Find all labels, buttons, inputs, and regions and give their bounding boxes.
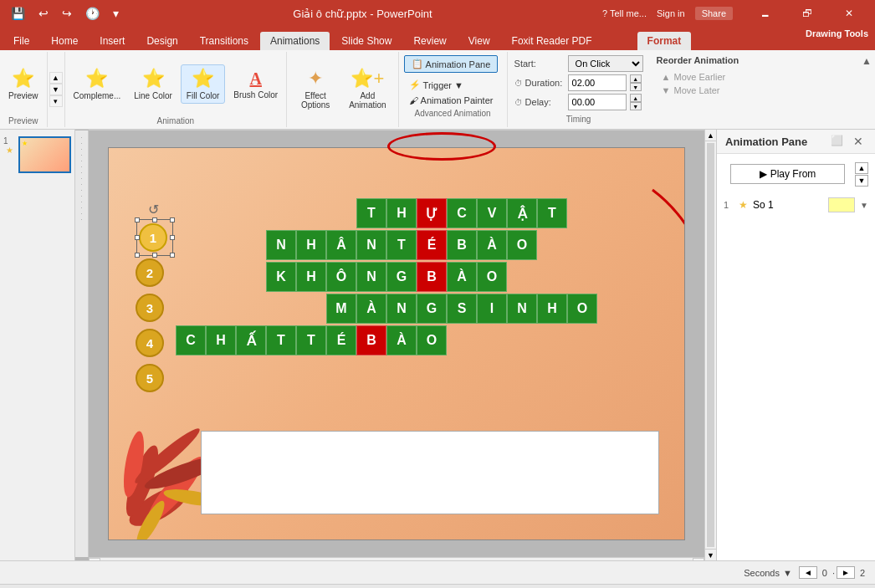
advanced-animation-group: 📋 Animation Pane ⚡ Trigger ▼ 🖌 Animation… xyxy=(399,52,508,127)
letter-T2: T xyxy=(537,198,567,228)
effect-options-button[interactable]: ✦ EffectOptions xyxy=(294,65,337,112)
delay-input[interactable] xyxy=(568,94,627,110)
handle-tr xyxy=(170,217,175,222)
tab-format[interactable]: Format xyxy=(637,32,692,50)
h-scrollbar[interactable]: ◄ ► xyxy=(89,557,704,560)
slide-canvas[interactable]: ↺ 1 2 3 4 5 xyxy=(108,147,685,540)
v-scroll-up[interactable]: ▲ xyxy=(705,130,716,141)
v-scroll-down[interactable]: ▼ xyxy=(705,549,716,560)
duration-down[interactable]: ▼ xyxy=(630,83,642,91)
scroll-up-arrow[interactable]: ▲ xyxy=(49,72,63,84)
save-icon[interactable]: 💾 xyxy=(7,5,29,22)
play-from-button[interactable]: ▶ Play From xyxy=(730,164,845,184)
circle-3[interactable]: 3 xyxy=(136,294,164,322)
anim-item-1[interactable]: 1 ★ So 1 ▼ xyxy=(717,194,875,216)
letter-H4: H xyxy=(537,294,567,324)
brush-color-label: Brush Color xyxy=(233,90,278,100)
effect-add-group: ✦ EffectOptions ⭐+ AddAnimation xyxy=(287,52,398,127)
tab-review[interactable]: Review xyxy=(403,32,456,50)
tab-home[interactable]: Home xyxy=(41,32,88,50)
line-color-button[interactable]: ⭐ Line Color xyxy=(129,65,177,103)
canvas-with-scroll: |...|...|...|...|...|...|...|...|...|...… xyxy=(75,130,875,560)
tab-insert[interactable]: Insert xyxy=(90,32,135,50)
letter-A7: À xyxy=(386,325,417,355)
tab-design[interactable]: Design xyxy=(136,32,187,50)
duration-up[interactable]: ▲ xyxy=(630,74,642,83)
play-from-label: Play From xyxy=(770,168,816,180)
letter-N3: N xyxy=(356,262,386,292)
slide-panel: 1 ★ ★ xyxy=(0,130,75,560)
letter-E2: É xyxy=(326,325,356,355)
crossword-row-1: T H Ự C V Ậ T xyxy=(356,198,597,228)
tab-transitions[interactable]: Transitions xyxy=(190,32,258,50)
help-button[interactable]: ? Tell me... xyxy=(602,8,647,18)
anim-pane-controls: ⬜ ✕ xyxy=(827,135,867,148)
preview-label: Preview xyxy=(8,91,38,100)
letter-O4: O xyxy=(567,294,597,324)
seconds-label: Seconds xyxy=(744,568,780,578)
tab-animations[interactable]: Animations xyxy=(260,32,330,50)
selection-box: ↺ xyxy=(136,219,173,256)
timing-nav-left[interactable]: ◄ xyxy=(799,566,817,579)
trigger-button[interactable]: ⚡ Trigger ▼ xyxy=(404,78,502,92)
anim-pane-header: Animation Pane ⬜ ✕ xyxy=(717,130,875,154)
clock-icon[interactable]: 🕐 xyxy=(81,5,104,22)
brush-color-button[interactable]: A Brush Color xyxy=(228,67,283,102)
redo-icon[interactable]: ↪ xyxy=(58,5,76,22)
play-nav-down[interactable]: ▼ xyxy=(855,175,868,187)
tab-file[interactable]: File xyxy=(3,32,39,50)
delay-up[interactable]: ▲ xyxy=(630,94,642,102)
letter-V1: V xyxy=(477,198,507,228)
start-select[interactable]: On Click With Previous After Previous xyxy=(568,55,643,72)
v-scrollbar[interactable]: ▲ ▼ xyxy=(704,130,716,560)
add-animation-label: AddAnimation xyxy=(349,91,386,110)
anim-item-expand-icon[interactable]: ▼ xyxy=(860,201,868,210)
anim-pane-close-button[interactable]: ✕ xyxy=(850,135,867,148)
seconds-dropdown-icon[interactable]: ▼ xyxy=(783,568,792,578)
dropdown-icon[interactable]: ▾ xyxy=(109,5,123,22)
tab-slideshow[interactable]: Slide Show xyxy=(331,32,402,50)
text-input-box[interactable] xyxy=(201,431,659,514)
delay-spinner: ▲ ▼ xyxy=(630,94,642,110)
tab-foxit[interactable]: Foxit Reader PDF xyxy=(502,32,602,50)
complement-button[interactable]: ⭐ Compleme... xyxy=(69,65,126,103)
undo-icon[interactable]: ↩ xyxy=(34,5,53,22)
trigger-label: Trigger ▼ xyxy=(423,80,463,90)
circle-5[interactable]: 5 xyxy=(136,364,164,392)
letter-H2: H xyxy=(296,230,326,260)
tab-view[interactable]: View xyxy=(458,32,500,50)
play-icon: ▶ xyxy=(760,168,767,180)
letter-A4: À xyxy=(447,262,477,292)
slide-thumbnail[interactable]: ★ xyxy=(18,136,71,173)
play-nav-up[interactable]: ▲ xyxy=(855,162,868,174)
rotate-handle[interactable]: ↺ xyxy=(148,202,159,217)
circle-2[interactable]: 2 xyxy=(136,258,164,287)
animation-painter-button[interactable]: 🖌 Animation Painter xyxy=(404,94,502,107)
letter-O1: O xyxy=(507,230,537,260)
h-scroll-right[interactable]: ► xyxy=(693,558,704,561)
minimize-button[interactable]: 🗕 xyxy=(746,0,785,27)
preview-button[interactable]: ⭐ Preview xyxy=(3,65,43,103)
preview-group: ⭐ Preview Preview xyxy=(0,52,48,127)
scroll-down-arrow[interactable]: ▼ xyxy=(49,84,63,95)
anim-pane-expand[interactable]: ⬜ xyxy=(827,135,847,148)
timing-dot: · xyxy=(832,568,835,578)
duration-input[interactable] xyxy=(568,74,627,91)
maximize-button[interactable]: 🗗 xyxy=(788,0,826,27)
circle-4[interactable]: 4 xyxy=(136,329,164,357)
share-button[interactable]: Share xyxy=(695,7,733,20)
title-bar: 💾 ↩ ↪ 🕐 ▾ Giải ô chữ.pptx - PowerPoint ?… xyxy=(0,0,875,27)
h-scroll-left[interactable]: ◄ xyxy=(89,558,100,561)
move-later-button: ▼ Move Later xyxy=(657,84,760,97)
delay-down[interactable]: ▼ xyxy=(630,102,642,110)
add-animation-button[interactable]: ⭐+ AddAnimation xyxy=(344,65,391,112)
scroll-expand-arrow[interactable]: ▾ xyxy=(49,95,63,107)
anim-item-name: So 1 xyxy=(753,199,823,211)
fill-color-button[interactable]: ⭐ Fill Color xyxy=(181,64,225,104)
timing-nav-right[interactable]: ► xyxy=(837,566,855,579)
animation-pane-button[interactable]: 📋 Animation Pane xyxy=(404,55,499,73)
close-button[interactable]: ✕ xyxy=(830,0,868,27)
ribbon-collapse-button[interactable]: ▲ xyxy=(858,52,875,127)
signin-button[interactable]: Sign in xyxy=(657,8,685,18)
complement-icon: ⭐ xyxy=(85,68,108,89)
